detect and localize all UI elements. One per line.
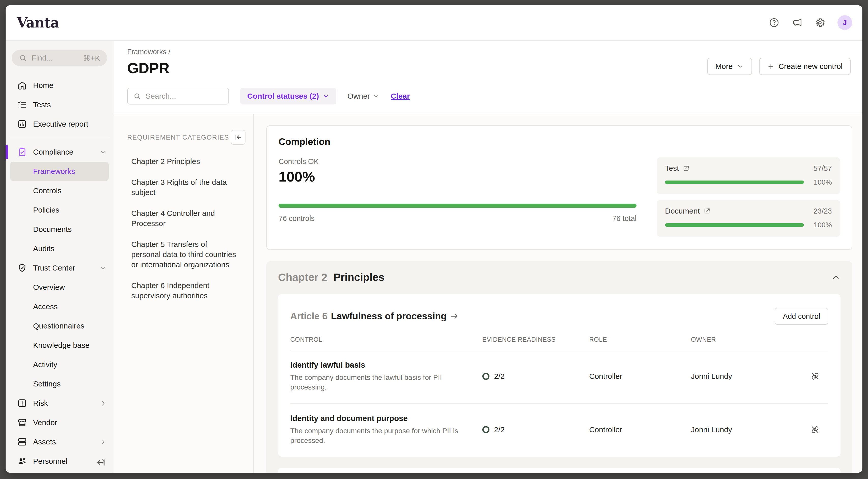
sidebar-item-compliance[interactable]: Compliance (6, 142, 113, 162)
sidebar-item-label: Documents (33, 225, 72, 234)
requirement-categories-panel: REQUIREMENT CATEGORIES Chapter 2 Princip… (114, 114, 253, 473)
evidence-ring-icon (482, 426, 490, 433)
document-stat-label: Document (665, 207, 700, 215)
chapter-2-section: Chapter 2 Principles Article 6 Lawfulnes… (266, 261, 852, 473)
sidebar-collapse-icon[interactable] (96, 458, 106, 467)
chevron-down-icon (322, 93, 329, 99)
sidebar-item-overview[interactable]: Overview (6, 278, 113, 297)
sidebar-item-trust-center[interactable]: Trust Center (6, 258, 113, 278)
column-control: CONTROL (290, 336, 482, 343)
test-percent: 100% (810, 178, 832, 186)
create-label: Create new control (778, 62, 843, 71)
more-button[interactable]: More (707, 58, 752, 75)
sidebar-item-audits[interactable]: Audits (6, 239, 113, 258)
owner-value: Jonni Lundy (691, 372, 810, 381)
sidebar: Find... ⌘+K Home Tests Executive report (6, 41, 114, 473)
report-icon (17, 119, 27, 129)
external-link-icon[interactable] (704, 207, 711, 215)
category-item-chapter-3[interactable]: Chapter 3 Rights of the data subject (131, 177, 238, 197)
category-item-chapter-4[interactable]: Chapter 4 Controller and Processor (131, 208, 238, 229)
gear-icon[interactable] (814, 17, 825, 28)
chevron-right-icon (99, 400, 107, 407)
sidebar-item-settings[interactable]: Settings (6, 374, 113, 393)
search-input[interactable]: Search... (127, 88, 229, 104)
page-header: Frameworks / GDPR More Create new contro… (114, 41, 862, 76)
completion-progress-bar (279, 204, 637, 208)
role-value: Controller (589, 425, 691, 434)
sidebar-nav: Home Tests Executive report Compliance (6, 76, 113, 473)
category-item-chapter-2[interactable]: Chapter 2 Principles (131, 156, 238, 166)
unlink-icon[interactable] (810, 372, 820, 381)
topbar: Vanta J (6, 5, 862, 41)
document-stat-card: Document 23/23 100% (657, 200, 840, 237)
sidebar-divider (10, 138, 109, 138)
chevron-down-icon (373, 93, 379, 99)
sidebar-item-controls[interactable]: Controls (6, 181, 113, 200)
sidebar-item-label: Tests (33, 100, 51, 109)
main-panel: Completion Controls OK 100% 76 controls … (254, 114, 862, 473)
sidebar-item-knowledge-base[interactable]: Knowledge base (6, 336, 113, 355)
clipboard-check-icon (17, 147, 27, 157)
category-item-chapter-5[interactable]: Chapter 5 Transfers of personal data to … (131, 239, 238, 270)
sidebar-item-label: Overview (33, 283, 65, 292)
category-item-chapter-6[interactable]: Chapter 6 Independent supervisory author… (131, 281, 238, 301)
breadcrumb-frameworks[interactable]: Frameworks (127, 48, 166, 56)
users-icon (17, 456, 27, 466)
more-label: More (715, 62, 733, 71)
vanta-logo: Vanta (17, 14, 59, 31)
create-new-control-button[interactable]: Create new control (759, 58, 851, 75)
add-control-button[interactable]: Add control (775, 308, 828, 325)
test-stat-card: Test 57/57 100% (657, 157, 840, 194)
find-input[interactable]: Find... ⌘+K (12, 50, 107, 66)
sidebar-item-label: Questionnaires (33, 322, 85, 330)
sidebar-item-vendor[interactable]: Vendor (6, 413, 113, 432)
control-statuses-filter[interactable]: Control statuses (2) (240, 88, 336, 104)
chevron-down-icon (99, 264, 107, 272)
evidence-count: 2/2 (494, 372, 505, 381)
control-name[interactable]: Identify lawful basis (290, 360, 482, 370)
sidebar-item-risk[interactable]: Risk (6, 393, 113, 413)
evidence-ring-icon (482, 373, 490, 380)
sidebar-item-label: Audits (33, 244, 54, 253)
control-description: The company documents the lawful basis f… (290, 373, 463, 392)
sidebar-item-executive-report[interactable]: Executive report (6, 115, 113, 134)
control-statuses-label: Control statuses (2) (247, 92, 319, 100)
sidebar-item-questionnaires[interactable]: Questionnaires (6, 316, 113, 336)
sidebar-item-label: Controls (33, 186, 62, 195)
sidebar-item-activity[interactable]: Activity (6, 355, 113, 374)
arrow-right-icon (450, 312, 459, 321)
controls-table-header: CONTROL EVIDENCE READINESS ROLE OWNER (290, 336, 828, 350)
sidebar-item-home[interactable]: Home (6, 76, 113, 95)
role-value: Controller (589, 372, 691, 381)
user-avatar[interactable]: J (837, 15, 852, 30)
alert-square-icon (17, 398, 27, 408)
sidebar-item-access[interactable]: Access (6, 297, 113, 316)
completion-card: Completion Controls OK 100% 76 controls … (266, 125, 852, 250)
unlink-icon[interactable] (810, 425, 820, 434)
clear-filters-link[interactable]: Clear (391, 92, 410, 100)
column-role: ROLE (589, 336, 691, 343)
sidebar-item-label: Home (33, 81, 54, 90)
search-icon (19, 54, 27, 62)
chevron-right-icon (99, 438, 107, 446)
plus-icon (767, 63, 774, 70)
collapse-panel-button[interactable] (231, 130, 246, 145)
control-name[interactable]: Identity and document purpose (290, 414, 482, 423)
sidebar-item-policies[interactable]: Policies (6, 200, 113, 220)
sidebar-item-label: Vendor (33, 418, 57, 427)
sidebar-item-frameworks[interactable]: Frameworks (10, 162, 108, 181)
sidebar-item-documents[interactable]: Documents (6, 220, 113, 239)
document-stat-count: 23/23 (813, 207, 832, 215)
article-6-title[interactable]: Article 6 Lawfulness of processing (290, 311, 459, 322)
megaphone-icon[interactable] (792, 17, 802, 28)
chevron-up-icon[interactable] (831, 273, 840, 282)
owner-filter[interactable]: Owner (347, 92, 379, 100)
chevron-down-icon (99, 148, 107, 156)
external-link-icon[interactable] (683, 165, 690, 172)
help-icon[interactable] (769, 17, 779, 28)
sidebar-item-tests[interactable]: Tests (6, 95, 113, 115)
breadcrumb-separator: / (168, 48, 170, 56)
sidebar-item-label: Access (33, 302, 58, 311)
page-title: GDPR (127, 60, 170, 76)
sidebar-item-assets[interactable]: Assets (6, 432, 113, 451)
